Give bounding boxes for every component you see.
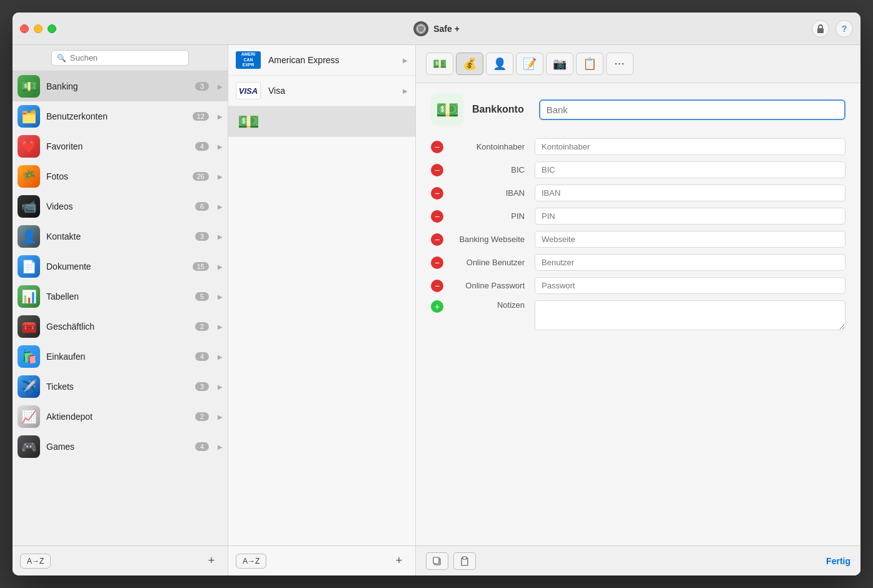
sidebar-chevron-kontakte: ▶ [218,233,223,240]
sidebar-item-dokumente[interactable]: 📄 Dokumente 15 ▶ [13,251,228,281]
toolbar-btn-coins[interactable]: 💰 [456,53,483,75]
app-icon [413,21,428,36]
svg-point-5 [424,28,426,29]
toolbar-btn-camera[interactable]: 📷 [546,53,573,75]
sidebar-item-geschaeftlich[interactable]: 🧰 Geschäftlich 2 ▶ [13,312,228,342]
search-input[interactable] [70,53,183,63]
sidebar-count-aktiendepot: 2 [195,412,209,421]
remove-bic-button[interactable]: − [431,164,443,176]
main-content: 🔍 💵 Banking 3 ▶ 🗂️ Benutzerkonten 12 ▶ ❤… [13,45,860,575]
sidebar-icon-einkaufen: 🛍️ [18,345,40,368]
sidebar-item-games[interactable]: 🎮 Games 4 ▶ [13,432,228,462]
middle-item-visa[interactable]: VISA Visa ▶ [228,76,415,106]
toolbar-btn-contact[interactable]: 📋 [576,53,603,75]
notes-add-button[interactable]: + [431,300,443,313]
bank-input[interactable] [539,99,845,120]
maximize-button[interactable] [48,24,56,33]
middle-item-new[interactable]: 💵 [228,106,415,137]
remove-iban-button[interactable]: − [431,187,443,200]
sidebar-item-tabellen[interactable]: 📊 Tabellen 5 ▶ [13,281,228,312]
middle-footer: A→Z + [228,545,415,575]
sidebar-count-videos: 6 [195,202,209,211]
paste-button[interactable] [453,552,476,570]
sidebar-chevron-videos: ▶ [218,203,223,210]
field-row-online_benutzer: − Online Benutzer [431,254,845,271]
notes-label: Notizen [448,300,530,310]
toolbar-btn-note[interactable]: 📝 [516,53,543,75]
sidebar-label-games: Games [46,442,189,452]
lock-button[interactable] [812,20,829,38]
sidebar-list: 💵 Banking 3 ▶ 🗂️ Benutzerkonten 12 ▶ ❤️ … [13,71,228,545]
sidebar-chevron-aktiendepot: ▶ [218,413,223,420]
titlebar: Safe + ? [13,13,860,45]
sidebar-count-geschaeftlich: 2 [195,322,209,331]
sidebar-item-banking[interactable]: 💵 Banking 3 ▶ [13,71,228,101]
sidebar-item-favoriten[interactable]: ❤️ Favoriten 4 ▶ [13,131,228,161]
middle-panel: AMERICANEXPR American Express ▶ VISA Vis… [228,45,416,575]
input-iban[interactable] [535,185,845,201]
sidebar-count-fotos: 26 [193,172,209,181]
input-kontoinhaber[interactable] [535,138,845,155]
remove-online_benutzer-button[interactable]: − [431,256,443,269]
sidebar-item-videos[interactable]: 📹 Videos 6 ▶ [13,191,228,221]
middle-chevron-amex: ▶ [403,57,408,64]
copy-button[interactable] [426,552,448,570]
remove-kontoinhaber-button[interactable]: − [431,141,443,153]
help-button[interactable]: ? [835,20,853,38]
field-row-online_passwort: − Online Passwort [431,277,845,294]
done-button[interactable]: Fertig [826,556,850,566]
note-icon: 📝 [523,57,537,71]
more-icon: ··· [615,58,625,69]
sidebar-icon-dokumente: 📄 [18,255,40,278]
remove-online_passwort-button[interactable]: − [431,280,443,292]
sidebar-add-button[interactable]: + [203,552,220,570]
detail-toolbar: 💵💰👤📝📷📋··· [416,45,860,83]
minimize-button[interactable] [34,24,43,33]
sidebar-count-banking: 3 [195,82,209,91]
sidebar-count-dokumente: 15 [193,262,209,271]
app-window: Safe + ? 🔍 💵 [13,13,860,575]
sidebar-icon-fotos: 🌴 [18,165,40,188]
search-wrap: 🔍 [51,50,189,66]
middle-list: AMERICANEXPR American Express ▶ VISA Vis… [228,45,415,545]
remove-banking_webseite-button[interactable]: − [431,233,443,246]
person-icon: 👤 [493,57,507,71]
label-banking_webseite: Banking Webseite [448,235,530,244]
sidebar-item-benutzerkonten[interactable]: 🗂️ Benutzerkonten 12 ▶ [13,101,228,131]
sidebar-item-fotos[interactable]: 🌴 Fotos 26 ▶ [13,161,228,191]
field-row-pin: − PIN [431,208,845,225]
sidebar-item-aktiendepot[interactable]: 📈 Aktiendepot 2 ▶ [13,402,228,432]
sidebar-item-tickets[interactable]: ✈️ Tickets 3 ▶ [13,372,228,402]
form-fields-container: − Kontoinhaber − BIC − IBAN − PIN − Bank… [431,138,845,294]
middle-item-amex[interactable]: AMERICANEXPR American Express ▶ [228,45,415,76]
sidebar-chevron-games: ▶ [218,444,223,450]
remove-pin-button[interactable]: − [431,210,443,223]
app-title: Safe + [433,24,460,34]
notes-textarea[interactable] [535,300,845,330]
input-online_benutzer[interactable] [535,254,845,271]
input-bic[interactable] [535,161,845,178]
sidebar-footer: A→Z + [13,545,228,575]
titlebar-center: Safe + [413,21,460,36]
field-row-banking_webseite: − Banking Webseite [431,231,845,248]
input-pin[interactable] [535,208,845,225]
middle-add-button[interactable]: + [390,552,408,570]
form-header-icon: 💵 [431,93,463,126]
close-button[interactable] [20,24,29,33]
label-iban: IBAN [448,188,530,198]
label-pin: PIN [448,211,530,221]
input-online_passwort[interactable] [535,277,845,294]
sidebar-chevron-geschaeftlich: ▶ [218,323,223,330]
sidebar-item-kontakte[interactable]: 👤 Kontakte 3 ▶ [13,221,228,251]
toolbar-btn-person[interactable]: 👤 [486,53,513,75]
form-header: 💵 Bankkonto [431,93,845,126]
toolbar-btn-more[interactable]: ··· [606,53,633,75]
label-online_passwort: Online Passwort [448,281,530,290]
sidebar-sort-button[interactable]: A→Z [20,554,51,569]
middle-sort-button[interactable]: A→Z [236,554,266,569]
amex-icon: AMERICANEXPR [236,51,261,69]
input-banking_webseite[interactable] [535,231,845,248]
toolbar-btn-cash[interactable]: 💵 [426,53,453,75]
search-area: 🔍 [13,45,228,71]
sidebar-item-einkaufen[interactable]: 🛍️ Einkaufen 4 ▶ [13,342,228,372]
